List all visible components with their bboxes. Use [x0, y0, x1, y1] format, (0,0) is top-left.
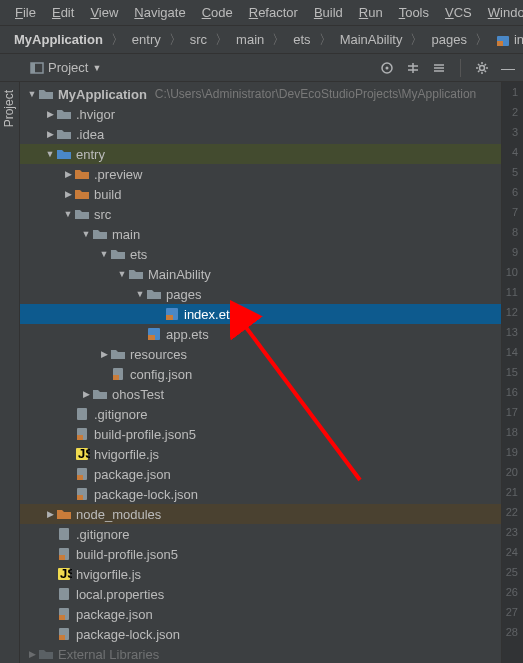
tree-item[interactable]: ▼entry: [20, 144, 501, 164]
breadcrumb-item[interactable]: main: [232, 30, 268, 49]
breadcrumb-item[interactable]: entry: [128, 30, 165, 49]
project-view-selector[interactable]: Project ▼: [30, 60, 101, 75]
tree-item[interactable]: package-lock.json: [20, 484, 501, 504]
menu-tools[interactable]: Tools: [392, 2, 436, 23]
tree-item[interactable]: local.properties: [20, 584, 501, 604]
tree-label: entry: [76, 147, 105, 162]
tree-item[interactable]: package.json: [20, 464, 501, 484]
tree-item[interactable]: build-profile.json5: [20, 424, 501, 444]
tree-item[interactable]: package-lock.json: [20, 624, 501, 644]
tree-label: resources: [130, 347, 187, 362]
tree-item[interactable]: ▶.idea: [20, 124, 501, 144]
project-side-tab[interactable]: Project: [0, 82, 18, 135]
locate-icon[interactable]: [378, 59, 396, 77]
menu-code[interactable]: Code: [195, 2, 240, 23]
tree-item[interactable]: ▶.preview: [20, 164, 501, 184]
tree-item[interactable]: ▼ets: [20, 244, 501, 264]
breadcrumb-item[interactable]: index.ets: [492, 30, 523, 49]
breadcrumb-item[interactable]: ets: [289, 30, 314, 49]
ets-icon: [146, 326, 162, 342]
tree-item[interactable]: app.ets: [20, 324, 501, 344]
line-number: 18: [502, 422, 523, 442]
tree-item[interactable]: package.json: [20, 604, 501, 624]
tree-label: .idea: [76, 127, 104, 142]
js-icon: JS: [56, 566, 72, 582]
chevron-down-icon: ▼: [92, 63, 101, 73]
tree-label: src: [94, 207, 111, 222]
hide-icon[interactable]: —: [499, 59, 517, 77]
tree-external-libs[interactable]: ▶External Libraries: [20, 644, 501, 663]
json-icon: [110, 366, 126, 382]
tree-label: package.json: [94, 467, 171, 482]
line-number: 23: [502, 522, 523, 542]
tree-item[interactable]: ▶build: [20, 184, 501, 204]
menu-edit[interactable]: Edit: [45, 2, 81, 23]
tree-label: node_modules: [76, 507, 161, 522]
tree-item[interactable]: ▶node_modules: [20, 504, 501, 524]
svg-rect-9: [166, 315, 173, 320]
tree-item[interactable]: ▼src: [20, 204, 501, 224]
project-tree[interactable]: ▼MyApplicationC:\Users\Administrator\Dev…: [20, 82, 501, 663]
line-number: 4: [502, 142, 523, 162]
menu-run[interactable]: Run: [352, 2, 390, 23]
tree-label: app.ets: [166, 327, 209, 342]
collapse-icon[interactable]: [430, 59, 448, 77]
breadcrumb-item[interactable]: MyApplication: [10, 30, 107, 49]
menu-refactor[interactable]: Refactor: [242, 2, 305, 23]
menu-window[interactable]: Window: [481, 2, 523, 23]
expand-icon[interactable]: [404, 59, 422, 77]
json-icon: [56, 606, 72, 622]
tree-label: .hvigor: [76, 107, 115, 122]
tree-item[interactable]: ▼MainAbility: [20, 264, 501, 284]
tree-item[interactable]: ▼main: [20, 224, 501, 244]
tree-label: MainAbility: [148, 267, 211, 282]
tree-label: build: [94, 187, 121, 202]
line-number: 7: [502, 202, 523, 222]
tree-item[interactable]: .gitignore: [20, 404, 501, 424]
line-number: 11: [502, 282, 523, 302]
menu-navigate[interactable]: Navigate: [127, 2, 192, 23]
tree-label: .gitignore: [94, 407, 147, 422]
tree-item[interactable]: index.ets: [20, 304, 501, 324]
folder-orange-icon: [56, 506, 72, 522]
folder-icon: [92, 386, 108, 402]
json-icon: [74, 466, 90, 482]
svg-rect-16: [77, 435, 83, 440]
breadcrumb-item[interactable]: pages: [427, 30, 470, 49]
menu-build[interactable]: Build: [307, 2, 350, 23]
menu-vcs[interactable]: VCS: [438, 2, 479, 23]
tree-label: main: [112, 227, 140, 242]
project-label: Project: [48, 60, 88, 75]
svg-rect-20: [77, 475, 83, 480]
folder-icon: [110, 246, 126, 262]
tree-root[interactable]: ▼MyApplicationC:\Users\Administrator\Dev…: [20, 84, 501, 104]
tree-label: build-profile.json5: [94, 427, 196, 442]
tree-item[interactable]: JShvigorfile.js: [20, 444, 501, 464]
tree-item[interactable]: ▼pages: [20, 284, 501, 304]
line-number: 5: [502, 162, 523, 182]
line-number: 20: [502, 462, 523, 482]
tree-item[interactable]: JShvigorfile.js: [20, 564, 501, 584]
folder-icon: [110, 346, 126, 362]
folder-icon: [56, 106, 72, 122]
project-toolbar: Project ▼ —: [0, 54, 523, 82]
gear-icon[interactable]: [473, 59, 491, 77]
tree-item[interactable]: config.json: [20, 364, 501, 384]
breadcrumb-sep: 〉: [272, 31, 285, 49]
svg-rect-14: [77, 408, 87, 420]
tree-item[interactable]: ▶ohosTest: [20, 384, 501, 404]
breadcrumb-item[interactable]: MainAbility: [336, 30, 407, 49]
tree-item[interactable]: ▶.hvigor: [20, 104, 501, 124]
tree-item[interactable]: .gitignore: [20, 524, 501, 544]
tree-item[interactable]: build-profile.json5: [20, 544, 501, 564]
menu-view[interactable]: View: [83, 2, 125, 23]
line-number: 24: [502, 542, 523, 562]
line-number: 17: [502, 402, 523, 422]
separator: [460, 59, 461, 77]
ets-icon: [164, 306, 180, 322]
line-number: 2: [502, 102, 523, 122]
line-number: 12: [502, 302, 523, 322]
breadcrumb-item[interactable]: src: [186, 30, 211, 49]
menu-file[interactable]: File: [8, 2, 43, 23]
tree-item[interactable]: ▶resources: [20, 344, 501, 364]
